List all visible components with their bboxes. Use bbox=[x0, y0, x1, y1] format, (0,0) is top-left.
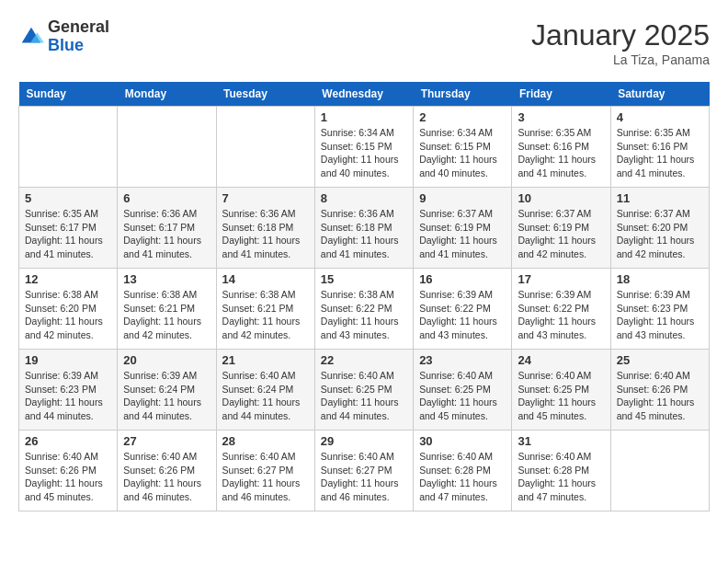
day-of-week-header: Friday bbox=[512, 82, 610, 107]
calendar-day-cell: 24Sunrise: 6:40 AMSunset: 6:25 PMDayligh… bbox=[512, 350, 610, 431]
calendar-day-cell: 21Sunrise: 6:40 AMSunset: 6:24 PMDayligh… bbox=[216, 350, 314, 431]
day-number: 14 bbox=[222, 272, 309, 286]
day-info: Sunrise: 6:39 AMSunset: 6:23 PMDaylight:… bbox=[25, 369, 111, 423]
day-info: Sunrise: 6:40 AMSunset: 6:26 PMDaylight:… bbox=[617, 369, 703, 423]
day-number: 21 bbox=[222, 353, 309, 367]
logo-icon bbox=[18, 24, 44, 50]
calendar-day-cell: 13Sunrise: 6:38 AMSunset: 6:21 PMDayligh… bbox=[118, 269, 216, 350]
calendar-week-row: 19Sunrise: 6:39 AMSunset: 6:23 PMDayligh… bbox=[19, 350, 710, 431]
day-info: Sunrise: 6:39 AMSunset: 6:23 PMDaylight:… bbox=[617, 288, 703, 342]
day-info: Sunrise: 6:36 AMSunset: 6:18 PMDaylight:… bbox=[222, 207, 309, 261]
logo: General Blue bbox=[18, 18, 109, 55]
day-number: 25 bbox=[617, 353, 703, 367]
location-text: La Tiza, Panama bbox=[531, 52, 710, 67]
calendar-day-cell: 25Sunrise: 6:40 AMSunset: 6:26 PMDayligh… bbox=[610, 350, 709, 431]
day-number: 5 bbox=[25, 191, 111, 205]
day-info: Sunrise: 6:36 AMSunset: 6:18 PMDaylight:… bbox=[321, 207, 407, 261]
day-info: Sunrise: 6:38 AMSunset: 6:20 PMDaylight:… bbox=[25, 288, 111, 342]
day-info: Sunrise: 6:39 AMSunset: 6:22 PMDaylight:… bbox=[518, 288, 604, 342]
day-info: Sunrise: 6:38 AMSunset: 6:22 PMDaylight:… bbox=[321, 288, 407, 342]
calendar-day-cell: 28Sunrise: 6:40 AMSunset: 6:27 PMDayligh… bbox=[216, 431, 314, 511]
day-info: Sunrise: 6:35 AMSunset: 6:16 PMDaylight:… bbox=[518, 126, 604, 180]
logo-blue-text: Blue bbox=[48, 36, 84, 54]
calendar-day-cell: 17Sunrise: 6:39 AMSunset: 6:22 PMDayligh… bbox=[512, 269, 610, 350]
day-number: 27 bbox=[123, 434, 210, 448]
day-info: Sunrise: 6:35 AMSunset: 6:16 PMDaylight:… bbox=[617, 126, 703, 180]
day-info: Sunrise: 6:36 AMSunset: 6:17 PMDaylight:… bbox=[123, 207, 210, 261]
day-number: 7 bbox=[222, 191, 309, 205]
day-info: Sunrise: 6:40 AMSunset: 6:24 PMDaylight:… bbox=[222, 369, 309, 423]
days-of-week-row: SundayMondayTuesdayWednesdayThursdayFrid… bbox=[19, 82, 710, 107]
calendar-day-cell: 8Sunrise: 6:36 AMSunset: 6:18 PMDaylight… bbox=[314, 188, 413, 269]
day-info: Sunrise: 6:40 AMSunset: 6:26 PMDaylight:… bbox=[25, 450, 111, 504]
day-number: 2 bbox=[419, 110, 506, 124]
calendar-day-cell: 14Sunrise: 6:38 AMSunset: 6:21 PMDayligh… bbox=[216, 269, 314, 350]
calendar-day-cell: 22Sunrise: 6:40 AMSunset: 6:25 PMDayligh… bbox=[314, 350, 413, 431]
calendar-day-cell: 27Sunrise: 6:40 AMSunset: 6:26 PMDayligh… bbox=[118, 431, 216, 511]
calendar-day-cell: 4Sunrise: 6:35 AMSunset: 6:16 PMDaylight… bbox=[610, 107, 709, 188]
calendar-day-cell: 20Sunrise: 6:39 AMSunset: 6:24 PMDayligh… bbox=[118, 350, 216, 431]
day-number: 18 bbox=[617, 272, 703, 286]
calendar-day-cell: 6Sunrise: 6:36 AMSunset: 6:17 PMDaylight… bbox=[118, 188, 216, 269]
day-info: Sunrise: 6:40 AMSunset: 6:27 PMDaylight:… bbox=[321, 450, 407, 504]
calendar-day-cell: 3Sunrise: 6:35 AMSunset: 6:16 PMDaylight… bbox=[512, 107, 610, 188]
day-number: 31 bbox=[518, 434, 604, 448]
day-number: 11 bbox=[617, 191, 703, 205]
calendar-day-cell: 26Sunrise: 6:40 AMSunset: 6:26 PMDayligh… bbox=[19, 431, 118, 511]
calendar-day-cell: 2Sunrise: 6:34 AMSunset: 6:15 PMDaylight… bbox=[414, 107, 512, 188]
day-info: Sunrise: 6:40 AMSunset: 6:25 PMDaylight:… bbox=[518, 369, 604, 423]
day-info: Sunrise: 6:39 AMSunset: 6:22 PMDaylight:… bbox=[419, 288, 506, 342]
day-info: Sunrise: 6:37 AMSunset: 6:20 PMDaylight:… bbox=[617, 207, 703, 261]
month-year-heading: January 2025 bbox=[531, 18, 710, 52]
day-info: Sunrise: 6:40 AMSunset: 6:28 PMDaylight:… bbox=[419, 450, 506, 504]
calendar-day-cell bbox=[19, 107, 118, 188]
day-info: Sunrise: 6:38 AMSunset: 6:21 PMDaylight:… bbox=[123, 288, 210, 342]
day-info: Sunrise: 6:38 AMSunset: 6:21 PMDaylight:… bbox=[222, 288, 309, 342]
calendar-day-cell bbox=[216, 107, 314, 188]
day-number: 1 bbox=[321, 110, 407, 124]
day-number: 3 bbox=[518, 110, 604, 124]
day-info: Sunrise: 6:40 AMSunset: 6:28 PMDaylight:… bbox=[518, 450, 604, 504]
day-info: Sunrise: 6:39 AMSunset: 6:24 PMDaylight:… bbox=[123, 369, 210, 423]
calendar-day-cell bbox=[610, 431, 709, 511]
day-number: 13 bbox=[123, 272, 210, 286]
day-number: 10 bbox=[518, 191, 604, 205]
calendar-day-cell: 5Sunrise: 6:35 AMSunset: 6:17 PMDaylight… bbox=[19, 188, 118, 269]
calendar-day-cell bbox=[118, 107, 216, 188]
day-info: Sunrise: 6:34 AMSunset: 6:15 PMDaylight:… bbox=[419, 126, 506, 180]
day-number: 30 bbox=[419, 434, 506, 448]
day-of-week-header: Saturday bbox=[610, 82, 709, 107]
day-number: 26 bbox=[25, 434, 111, 448]
logo-general-text: General bbox=[48, 17, 109, 36]
day-of-week-header: Thursday bbox=[414, 82, 512, 107]
day-info: Sunrise: 6:37 AMSunset: 6:19 PMDaylight:… bbox=[518, 207, 604, 261]
day-number: 8 bbox=[321, 191, 407, 205]
calendar-day-cell: 7Sunrise: 6:36 AMSunset: 6:18 PMDaylight… bbox=[216, 188, 314, 269]
day-info: Sunrise: 6:37 AMSunset: 6:19 PMDaylight:… bbox=[419, 207, 506, 261]
calendar-week-row: 26Sunrise: 6:40 AMSunset: 6:26 PMDayligh… bbox=[19, 431, 710, 511]
day-number: 12 bbox=[25, 272, 111, 286]
day-info: Sunrise: 6:40 AMSunset: 6:26 PMDaylight:… bbox=[123, 450, 210, 504]
day-of-week-header: Monday bbox=[118, 82, 216, 107]
calendar-day-cell: 9Sunrise: 6:37 AMSunset: 6:19 PMDaylight… bbox=[414, 188, 512, 269]
calendar-day-cell: 16Sunrise: 6:39 AMSunset: 6:22 PMDayligh… bbox=[414, 269, 512, 350]
day-of-week-header: Sunday bbox=[19, 82, 118, 107]
day-number: 4 bbox=[617, 110, 703, 124]
calendar-day-cell: 23Sunrise: 6:40 AMSunset: 6:25 PMDayligh… bbox=[414, 350, 512, 431]
day-number: 9 bbox=[419, 191, 506, 205]
day-number: 17 bbox=[518, 272, 604, 286]
calendar-day-cell: 10Sunrise: 6:37 AMSunset: 6:19 PMDayligh… bbox=[512, 188, 610, 269]
page-header: General Blue January 2025 La Tiza, Panam… bbox=[18, 18, 710, 67]
day-number: 6 bbox=[123, 191, 210, 205]
day-info: Sunrise: 6:35 AMSunset: 6:17 PMDaylight:… bbox=[25, 207, 111, 261]
day-number: 28 bbox=[222, 434, 309, 448]
day-number: 24 bbox=[518, 353, 604, 367]
day-of-week-header: Tuesday bbox=[216, 82, 314, 107]
day-of-week-header: Wednesday bbox=[314, 82, 413, 107]
day-number: 29 bbox=[321, 434, 407, 448]
calendar-day-cell: 18Sunrise: 6:39 AMSunset: 6:23 PMDayligh… bbox=[610, 269, 709, 350]
calendar-day-cell: 1Sunrise: 6:34 AMSunset: 6:15 PMDaylight… bbox=[314, 107, 413, 188]
day-info: Sunrise: 6:34 AMSunset: 6:15 PMDaylight:… bbox=[321, 126, 407, 180]
calendar-table: SundayMondayTuesdayWednesdayThursdayFrid… bbox=[18, 82, 710, 511]
day-info: Sunrise: 6:40 AMSunset: 6:25 PMDaylight:… bbox=[321, 369, 407, 423]
